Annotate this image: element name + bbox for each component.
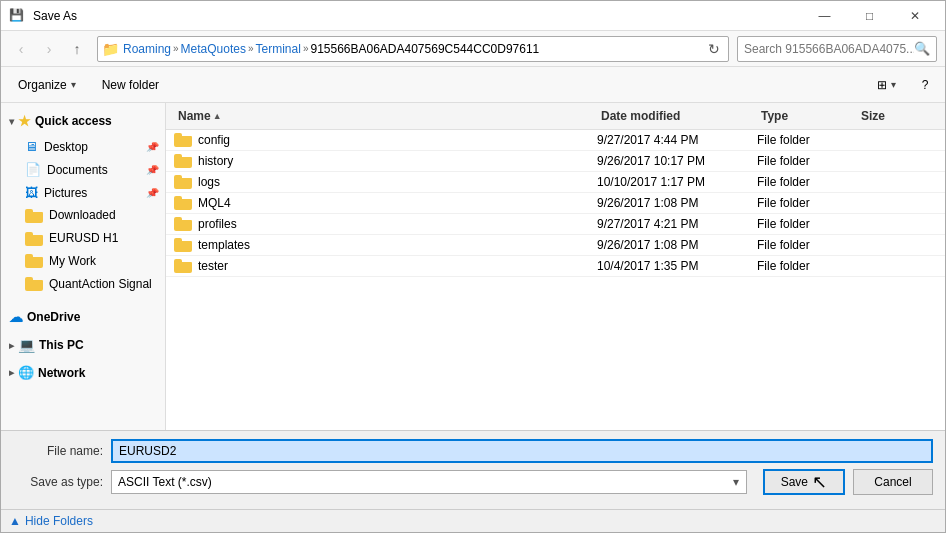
address-crumb-roaming[interactable]: Roaming: [123, 42, 171, 56]
sidebar-label-downloaded: Downloaded: [49, 208, 116, 222]
file-name: MQL4: [198, 196, 231, 210]
file-name-cell: tester: [174, 259, 597, 273]
search-icon: 🔍: [914, 41, 930, 56]
file-type: File folder: [757, 196, 857, 210]
save-button[interactable]: Save ↖: [763, 469, 845, 495]
file-name-cell: templates: [174, 238, 597, 252]
file-name: logs: [198, 175, 220, 189]
address-sep-3: »: [303, 43, 309, 54]
table-row[interactable]: tester 10/4/2017 1:35 PM File folder: [166, 256, 945, 277]
close-button[interactable]: ✕: [892, 1, 937, 31]
table-row[interactable]: logs 10/10/2017 1:17 PM File folder: [166, 172, 945, 193]
quantaction-icon: [25, 276, 43, 291]
col-header-type[interactable]: Type: [757, 107, 857, 125]
sidebar-label-quantaction: QuantAction Signal: [49, 277, 152, 291]
thispc-label: This PC: [39, 338, 84, 352]
sidebar-item-pictures[interactable]: 🖼 Pictures 📌: [1, 181, 165, 204]
quick-access-icon: ★: [18, 113, 31, 129]
file-type: File folder: [757, 154, 857, 168]
forward-button[interactable]: ›: [37, 37, 61, 61]
save-label: Save: [781, 475, 808, 489]
file-name-cell: history: [174, 154, 597, 168]
network-label: Network: [38, 366, 85, 380]
minimize-button[interactable]: —: [802, 1, 847, 31]
desktop-icon: 🖥: [25, 139, 38, 154]
col-name-label: Name: [178, 109, 211, 123]
folder-icon: [174, 133, 192, 147]
address-crumb-metaquotes[interactable]: MetaQuotes: [181, 42, 246, 56]
file-type: File folder: [757, 217, 857, 231]
content-area: Name ▲ Date modified Type Size: [166, 103, 945, 430]
window-icon: 💾: [9, 8, 25, 24]
back-button[interactable]: ‹: [9, 37, 33, 61]
file-date: 9/26/2017 10:17 PM: [597, 154, 757, 168]
sidebar-item-eurusd[interactable]: EURUSD H1: [1, 227, 165, 250]
filename-input[interactable]: [111, 439, 933, 463]
organize-button[interactable]: Organize ▾: [9, 73, 85, 97]
onedrive-icon: ☁: [9, 309, 23, 325]
search-input[interactable]: [744, 42, 914, 56]
help-button[interactable]: ?: [913, 77, 937, 93]
pin-icon-pictures: 📌: [146, 188, 157, 198]
sidebar-label-mywork: My Work: [49, 254, 96, 268]
folder-icon: [174, 259, 192, 273]
sidebar-item-documents[interactable]: 📄 Documents 📌: [1, 158, 165, 181]
file-name: config: [198, 133, 230, 147]
nav-bar: ‹ › ↑ 📁 Roaming » MetaQuotes » Terminal …: [1, 31, 945, 67]
title-controls: — □ ✕: [802, 1, 937, 31]
thispc-header[interactable]: ▸ 💻 This PC: [1, 331, 165, 359]
new-folder-button[interactable]: New folder: [93, 73, 168, 97]
thispc-chevron: ▸: [9, 340, 14, 351]
col-header-name[interactable]: Name ▲: [174, 107, 597, 125]
onedrive-header[interactable]: ☁ OneDrive: [1, 303, 165, 331]
sidebar-item-quantaction[interactable]: QuantAction Signal: [1, 272, 165, 295]
maximize-button[interactable]: □: [847, 1, 892, 31]
view-button[interactable]: ⊞ ▾: [868, 73, 905, 97]
file-list: config 9/27/2017 4:44 PM File folder his…: [166, 130, 945, 277]
file-date: 9/27/2017 4:21 PM: [597, 217, 757, 231]
sidebar-item-downloaded[interactable]: Downloaded: [1, 204, 165, 227]
sidebar-item-desktop[interactable]: 🖥 Desktop 📌: [1, 135, 165, 158]
folder-icon: [174, 217, 192, 231]
address-bar: 📁 Roaming » MetaQuotes » Terminal » 9155…: [97, 36, 729, 62]
network-chevron: ▸: [9, 367, 14, 378]
table-row[interactable]: templates 9/26/2017 1:08 PM File folder: [166, 235, 945, 256]
sidebar-label-desktop: Desktop: [44, 140, 88, 154]
hide-folders-bar[interactable]: ▲ Hide Folders: [1, 509, 945, 532]
address-current: 915566BA06ADA407569C544CC0D97611: [310, 42, 539, 56]
up-button[interactable]: ↑: [65, 37, 89, 61]
refresh-button[interactable]: ↻: [704, 39, 724, 59]
file-type: File folder: [757, 259, 857, 273]
view-icon: ⊞: [877, 78, 887, 92]
file-name-cell: config: [174, 133, 597, 147]
sidebar-item-mywork[interactable]: My Work: [1, 250, 165, 273]
file-date: 9/26/2017 1:08 PM: [597, 196, 757, 210]
table-row[interactable]: history 9/26/2017 10:17 PM File folder: [166, 151, 945, 172]
quick-access-header[interactable]: ▾ ★ Quick access: [1, 107, 165, 135]
saveas-select[interactable]: ASCII Text (*.csv): [111, 470, 747, 494]
onedrive-label: OneDrive: [27, 310, 80, 324]
file-name: tester: [198, 259, 228, 273]
address-crumb-terminal[interactable]: Terminal: [256, 42, 301, 56]
network-header[interactable]: ▸ 🌐 Network: [1, 359, 165, 386]
file-name-cell: logs: [174, 175, 597, 189]
table-row[interactable]: profiles 9/27/2017 4:21 PM File folder: [166, 214, 945, 235]
folder-icon: [174, 238, 192, 252]
col-header-date[interactable]: Date modified: [597, 107, 757, 125]
thispc-icon: 💻: [18, 337, 35, 353]
table-row[interactable]: config 9/27/2017 4:44 PM File folder: [166, 130, 945, 151]
cursor-icon: ↖: [812, 471, 827, 493]
downloaded-icon: [25, 208, 43, 223]
file-name-cell: MQL4: [174, 196, 597, 210]
table-row[interactable]: MQL4 9/26/2017 1:08 PM File folder: [166, 193, 945, 214]
file-name-cell: profiles: [174, 217, 597, 231]
file-date: 9/27/2017 4:44 PM: [597, 133, 757, 147]
col-date-label: Date modified: [601, 109, 680, 123]
cancel-button[interactable]: Cancel: [853, 469, 933, 495]
filename-label: File name:: [13, 444, 103, 458]
file-date: 10/10/2017 1:17 PM: [597, 175, 757, 189]
file-date: 10/4/2017 1:35 PM: [597, 259, 757, 273]
sort-arrow: ▲: [213, 111, 222, 121]
col-header-size[interactable]: Size: [857, 107, 937, 125]
address-sep-1: »: [173, 43, 179, 54]
